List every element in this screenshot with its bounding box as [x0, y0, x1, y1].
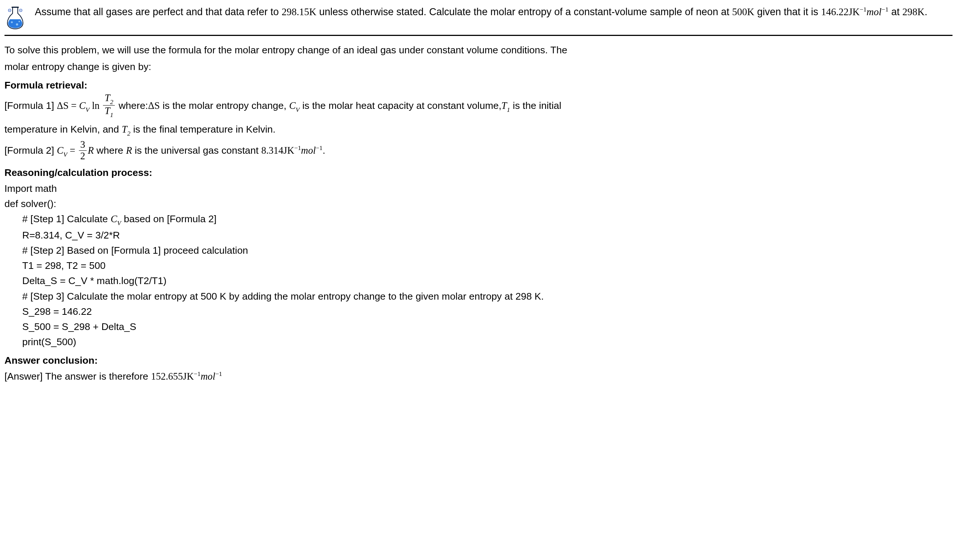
- r-var-1: R: [88, 145, 94, 156]
- code-line-8: # [Step 3] Calculate the molar entropy a…: [5, 289, 952, 304]
- code-block: Import math def solver(): # [Step 1] Cal…: [5, 181, 952, 350]
- where-prefix: where:: [116, 100, 148, 111]
- code-line-1: Import math: [5, 181, 952, 196]
- code-step-1: # [Step 1] Calculate CV based on [Formul…: [5, 211, 952, 228]
- desc-2: is the molar heat capacity at constant v…: [300, 100, 501, 111]
- f2-period: .: [322, 145, 325, 156]
- svg-point-5: [11, 22, 13, 23]
- heading-formula-retrieval: Formula retrieval:: [5, 78, 952, 93]
- q-part-3: constant-volume sample of neon at: [574, 6, 732, 17]
- cv-1: CV: [79, 100, 89, 111]
- q-part-4: given that it is: [755, 6, 821, 17]
- code-line-10: S_500 = S_298 + Delta_S: [5, 319, 952, 334]
- svg-point-1: [9, 10, 10, 11]
- ln-op: ln: [90, 100, 102, 111]
- code-line-5: # [Step 2] Based on [Formula 1] proceed …: [5, 243, 952, 258]
- heading-reasoning: Reasoning/calculation process:: [5, 166, 952, 180]
- formula-1-label: [Formula 1]: [5, 100, 57, 111]
- formula-2-line: [Formula 2] CV = 32R where R is the univ…: [5, 140, 952, 162]
- question-header: Assume that all gases are perfect and th…: [5, 5, 952, 35]
- equals-1: =: [68, 100, 79, 111]
- f1-l2-prefix: temperature in Kelvin, and: [5, 124, 122, 135]
- delta-s-lhs: ΔS: [57, 100, 68, 111]
- equals-2: =: [67, 145, 78, 156]
- q-temp-2: 500K: [732, 6, 755, 17]
- flask-icon: [5, 5, 26, 30]
- intro-line-2: molar entropy change is given by:: [5, 59, 952, 74]
- formula-2-label: [Formula 2]: [5, 145, 57, 156]
- code-line-4: R=8.314, C_V = 3/2*R: [5, 228, 952, 243]
- svg-rect-4: [11, 7, 19, 8]
- r-desc: is the universal gas constant: [132, 145, 261, 156]
- fraction-t2-t1: T2T1: [103, 93, 114, 118]
- header-divider: [5, 35, 952, 36]
- formula-1-line-2: temperature in Kelvin, and T2 is the fin…: [5, 120, 952, 139]
- answer-prefix: [Answer] The answer is therefore: [5, 371, 151, 382]
- answer-value: 152.655JK−1mol−1: [151, 371, 222, 382]
- intro-line-1: To solve this problem, we will use the f…: [5, 43, 952, 58]
- r-var-2: R: [126, 145, 132, 156]
- q-period: .: [924, 6, 927, 17]
- question-text: Assume that all gases are perfect and th…: [35, 5, 952, 20]
- q-part-2: unless otherwise stated. Calculate the m…: [316, 6, 571, 17]
- f1-l2-suffix: is the final temperature in Kelvin.: [130, 124, 276, 135]
- q-part-5: at: [889, 6, 903, 17]
- code-line-7: Delta_S = C_V * math.log(T2/T1): [5, 273, 952, 289]
- delta-s-2: ΔS: [148, 100, 160, 111]
- t2-var: T2: [122, 124, 130, 135]
- code-line-2: def solver():: [5, 196, 952, 211]
- r-value: 8.314JK−1mol−1: [261, 145, 322, 156]
- code-line-11: print(S_500): [5, 334, 952, 350]
- cv-3: CV: [57, 145, 67, 156]
- svg-point-6: [16, 23, 18, 25]
- q-temp-1: 298.15K: [281, 6, 316, 17]
- desc-1: is the molar entropy change,: [160, 100, 289, 111]
- q-temp-3: 298K: [902, 6, 924, 17]
- t1-desc: is the initial: [510, 100, 561, 111]
- cv-2: CV: [289, 100, 300, 111]
- where-2: where: [94, 145, 126, 156]
- code-line-9: S_298 = 146.22: [5, 304, 952, 319]
- q-part-1: Assume that all gases are perfect and th…: [35, 6, 281, 17]
- svg-point-3: [21, 10, 21, 11]
- heading-answer-conclusion: Answer conclusion:: [5, 353, 952, 368]
- svg-point-7: [19, 21, 20, 22]
- q-value-1: 146.22JK−1mol−1: [821, 6, 889, 17]
- formula-1-line-1: [Formula 1] ΔS = CV ln T2T1 where:ΔS is …: [5, 94, 952, 119]
- answer-line: [Answer] The answer is therefore 152.655…: [5, 369, 952, 384]
- t1-var: T1: [501, 100, 510, 111]
- code-line-6: T1 = 298, T2 = 500: [5, 258, 952, 273]
- fraction-3-2: 32: [79, 140, 87, 161]
